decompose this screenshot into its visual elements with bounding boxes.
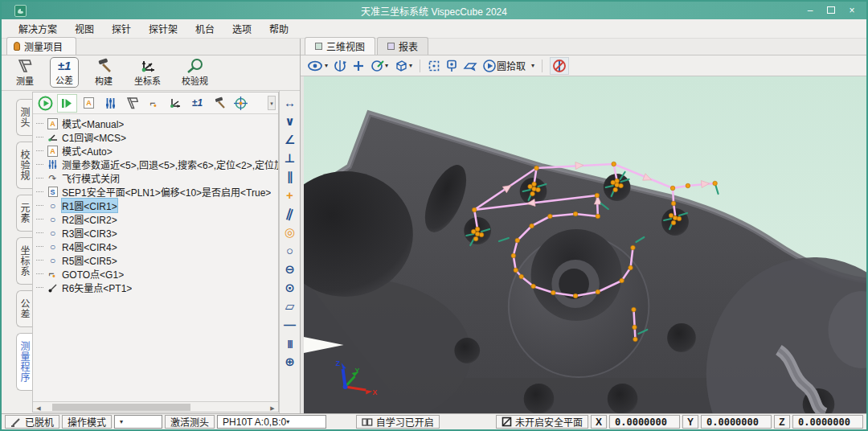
pan-button[interactable] (352, 60, 365, 72)
3d-view-icon (315, 43, 322, 50)
align-tool-button[interactable] (231, 94, 251, 113)
ribbon-button-tolerance[interactable]: ±1 公差 (50, 57, 79, 88)
distance-icon[interactable]: ↔ (280, 93, 300, 112)
circle-feature-icon: ○ (50, 228, 55, 238)
minimize-button[interactable]: – (804, 4, 817, 17)
sidebar-tab-probe-head[interactable]: 测头 (16, 99, 32, 136)
menu-item-view[interactable]: 视图 (66, 19, 103, 38)
tree-item-r2-circle[interactable]: ○R2圆<CIR2> (35, 212, 278, 226)
menu-item-machine[interactable]: 机台 (186, 19, 223, 38)
close-button[interactable]: × (845, 4, 858, 17)
circle-pick-button[interactable]: 圆拾取 (483, 59, 526, 72)
play-icon (38, 96, 53, 111)
measure-tool-button[interactable] (122, 94, 142, 113)
scroll-left-arrow[interactable] (33, 401, 44, 413)
menu-item-options[interactable]: 选项 (223, 19, 260, 38)
tree-item-r6-vector-point[interactable]: R6矢量点<PT1> (35, 281, 278, 294)
circle-pick-dropdown[interactable] (531, 62, 534, 69)
view-cube-button[interactable] (394, 60, 412, 72)
tree-item-c1-callback[interactable]: C1回调<MCS> (35, 130, 278, 144)
toolbar-overflow-button[interactable]: ▾ (268, 96, 276, 110)
perpendicularity-icon[interactable]: ⊥ (280, 149, 300, 167)
probe-disabled-icon (552, 59, 567, 73)
ribbon-button-measure[interactable]: 测量 (10, 56, 40, 88)
tab-3d-view[interactable]: 三维视图 (305, 37, 375, 55)
tolerance-tool-button[interactable]: ±1 (187, 94, 207, 113)
measure-params-button[interactable] (100, 94, 121, 113)
orbit-icon (334, 60, 346, 72)
tree-item-measure-params[interactable]: 测量参数逼近<5>,回退<5>,搜索<6>,定位<2>,定位加<2>,测量 (35, 158, 278, 171)
angle-icon[interactable]: ∨ (280, 112, 300, 130)
tree-item-r3-circle[interactable]: ○R3圆<CIR3> (35, 226, 278, 240)
circularity-icon[interactable]: ○ (280, 241, 300, 260)
ribbon-button-construct[interactable]: 构建 (88, 56, 119, 88)
radial-runout-icon[interactable]: ⊙ (280, 278, 300, 297)
safety-plane-status: 未开启安全平面 (496, 415, 588, 429)
circle-pick-icon (483, 60, 496, 72)
tree-item-flight-mode[interactable]: ↷飞行模式关闭 (35, 171, 278, 185)
menu-item-solution[interactable]: 解决方案 (10, 19, 66, 38)
angle-between-icon[interactable]: ∠ (280, 130, 300, 149)
x-coordinate-value: 0.0000000 (609, 415, 680, 429)
sidebar-tab-tolerance[interactable]: 公差 (16, 290, 32, 327)
coordinate-tool-button[interactable] (166, 94, 186, 113)
tree-item-r1-circle[interactable]: ○R1圆<CIR1> (35, 199, 278, 212)
flatness-icon[interactable]: ▱ (280, 297, 300, 315)
scrollbar-thumb[interactable] (52, 404, 190, 411)
probe-label: 激活测头 (165, 415, 215, 429)
mode-tool-button[interactable]: A (79, 94, 99, 113)
orbit-button[interactable] (334, 60, 346, 72)
tolerance-icon: ±1 (58, 59, 72, 73)
measure-project-panel: 测量项目 测量 ±1 公差 构建 坐标系 (2, 39, 301, 413)
maximize-button[interactable] (825, 4, 837, 17)
offline-status: 已脱机 (5, 415, 59, 429)
straightness-icon[interactable]: — (280, 315, 300, 334)
tree-item-safety-plane[interactable]: SSEP1安全平面<PLN1>偏移<10>是否启用<True> (35, 185, 278, 199)
visibility-button[interactable] (308, 60, 328, 72)
hammer-icon (94, 58, 113, 74)
tree-item-mode-auto[interactable]: A模式<Auto> (35, 144, 278, 158)
tree-item-r5-circle[interactable]: ○R5圆<CIR5> (35, 253, 278, 267)
tab-measure-project[interactable]: 测量项目 (6, 37, 76, 55)
section-plane-button[interactable] (463, 60, 477, 72)
probe-select[interactable]: PH10T A:0,B:0 (217, 415, 326, 429)
tree-horizontal-scrollbar[interactable] (33, 401, 278, 412)
parallelism-icon[interactable]: ∥ (280, 167, 300, 186)
fit-selection-icon (428, 60, 440, 72)
tab-report[interactable]: 报表 (377, 37, 428, 55)
magnifier-icon (186, 58, 205, 74)
step-run-button[interactable] (57, 94, 77, 113)
angularity-icon[interactable]: ∥ (277, 202, 302, 226)
menu-item-probe[interactable]: 探针 (103, 19, 140, 38)
run-program-button[interactable] (35, 94, 55, 113)
probe-disabled-button[interactable] (550, 57, 569, 75)
3d-viewport[interactable]: X Y Z (301, 76, 866, 413)
tree-item-r4-circle[interactable]: ○R4圆<CIR4> (35, 240, 278, 253)
ribbon-button-coordinate-system[interactable]: 坐标系 (129, 56, 166, 88)
ribbon-button-gauge[interactable]: 校验规 (176, 56, 214, 88)
tree-item-mode-manual[interactable]: A模式<Manual> (35, 117, 278, 130)
circle-feature-icon: ○ (50, 201, 55, 211)
menu-item-help[interactable]: 帮助 (260, 19, 297, 38)
sidebar-tab-measure-program[interactable]: 测量程序 (16, 333, 32, 391)
sidebar-tab-gauge[interactable]: 校验规 (16, 142, 32, 189)
menu-item-probe-rack[interactable]: 探针架 (140, 19, 186, 38)
sidebar-tab-coordinate-system[interactable]: 坐标系 (16, 237, 32, 285)
title-bar: 天准三坐标系统 VispecCube 2024 – × (2, 2, 866, 19)
cylindricity-icon[interactable]: ⊖ (280, 260, 300, 278)
goto-icon: ⌐ (149, 99, 158, 108)
circle-feature-icon: ○ (50, 242, 55, 252)
line-profile-icon[interactable]: ||| (280, 334, 300, 352)
zoom-fit-button[interactable] (428, 60, 440, 72)
op-mode-select[interactable] (114, 415, 162, 429)
construct-tool-button[interactable] (209, 94, 229, 113)
scroll-right-arrow[interactable] (267, 401, 278, 413)
tree-item-goto-point[interactable]: ⌐GOTO点<G1> (35, 267, 278, 281)
viewport-toolbar: 圆拾取 (301, 55, 866, 76)
goto-tool-button[interactable]: ⌐ (144, 94, 164, 113)
locate-button[interactable] (446, 60, 457, 72)
true-position-icon[interactable]: ⊕ (280, 352, 300, 371)
concentricity-icon[interactable]: ◎ (280, 223, 300, 241)
render-style-button[interactable] (371, 60, 388, 72)
sidebar-tab-elements[interactable]: 元素 (16, 195, 32, 232)
